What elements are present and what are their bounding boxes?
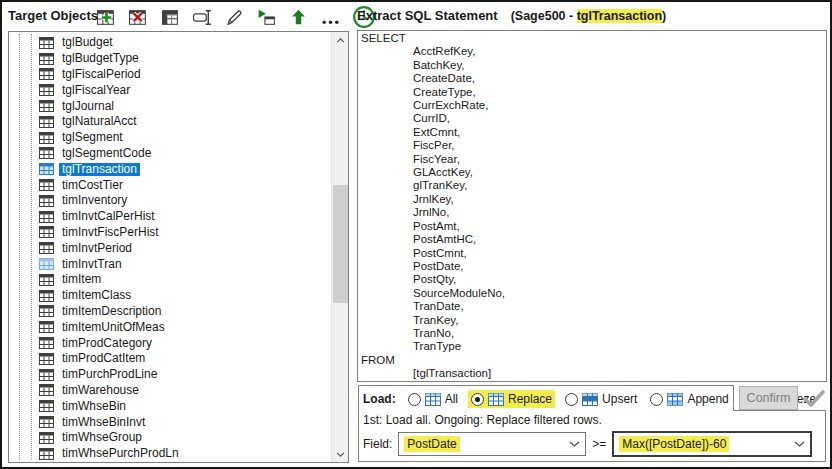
scrollbar-thumb[interactable] [333,185,348,303]
rename-icon[interactable] [192,7,213,28]
table-icon [39,195,54,207]
sql-statement-box[interactable]: SELECTAcctRefKey,BatchKey,CreateDate,Cre… [357,30,827,382]
tree-item[interactable]: tglBudget [9,35,330,51]
table-icon [39,258,54,270]
tree-item[interactable]: timWarehouse [9,383,330,399]
extract-sql-header: Extract SQL Statement (Sage500 - tglTran… [357,8,666,23]
delete-table-icon[interactable] [128,7,149,28]
tree-item-label: tglTransaction [59,163,140,176]
sql-line: JrnlKey, [361,193,826,206]
tree-item[interactable]: timWhseGroup [9,430,330,446]
tree-item-label: timWarehouse [59,384,142,397]
tree-item[interactable]: tglSegment [9,130,330,146]
run-icon[interactable] [256,7,277,28]
tree-item[interactable]: tglNaturalAcct [9,114,330,130]
table-icon [39,290,54,302]
field-label: Field: [363,437,392,451]
add-table-icon[interactable] [96,7,117,28]
tree-item[interactable]: tglFiscalYear [9,82,330,98]
load-option[interactable]: All [405,390,461,408]
table-tree: tglBudget tglBudgetType tglFiscalPeriod … [8,31,349,463]
load-option[interactable]: Append [647,390,731,408]
tree-item-label: tglSegment [59,131,126,144]
table-icon [39,37,54,49]
tree-item[interactable]: timItemUnitOfMeas [9,319,330,335]
table-icon [39,305,54,317]
tree-item-label: timProdCatItem [59,352,148,365]
tree-item[interactable]: tglBudgetType [9,51,330,67]
load-note: 1st: Load all. Ongoing: Replace filtered… [363,413,602,427]
sql-line: PostDate, [361,260,826,273]
tree-item[interactable]: timWhseBinInvt [9,414,330,430]
tree-item-label: timProdCategory [59,337,155,350]
scroll-up-icon[interactable] [332,32,349,48]
tree-item-label: timInvtCalPerHist [59,210,158,223]
tree-item[interactable]: timInvtCalPerHist [9,209,330,225]
tree-item[interactable]: timInventory [9,193,330,209]
upsert-radio[interactable] [565,393,578,406]
tree-item[interactable]: timInvtFiscPerHist [9,225,330,241]
upload-icon[interactable] [288,7,309,28]
load-option[interactable]: Upsert [562,390,640,408]
target-objects-title: Target Objects [8,8,98,23]
sql-line: PostAmt, [361,220,826,233]
sql-context-suffix: ) [662,9,666,23]
replace-radio[interactable] [471,393,484,406]
field-select-value: PostDate [404,436,459,452]
tree-item-label: tglJournal [59,100,117,113]
load-option-label: Upsert [602,392,637,406]
sql-line: SourceModuleNo, [361,287,826,300]
scroll-down-icon[interactable] [332,446,349,462]
tree-item-label: tglFiscalPeriod [59,68,144,81]
tree-item[interactable]: timWhseBin [9,398,330,414]
append-radio[interactable] [650,393,663,406]
tree-item[interactable]: timItem [9,272,330,288]
sql-line: FiscYear, [361,153,826,166]
tree-item[interactable]: tglFiscalPeriod [9,67,330,83]
sql-line: TranType [361,340,826,353]
target-objects-toolbar [96,4,376,30]
edit-pencil-icon[interactable] [224,7,245,28]
tree-item-label: timWhseBinInvt [59,416,148,429]
tree-item[interactable]: timProdCategory [9,335,330,351]
tree-item[interactable]: timPurchProdLine [9,367,330,383]
filter-value-combo[interactable]: Max([PostDate])-60 [612,431,812,457]
field-select[interactable]: PostDate [398,432,586,456]
tree-item[interactable]: timProdCatItem [9,351,330,367]
tree-item-label: tglBudgetType [59,52,142,65]
table-icon [39,353,54,365]
tree-item[interactable]: tglJournal [9,98,330,114]
sql-line: TranKey, [361,314,826,327]
table-icon [39,53,54,65]
load-option-label: Replace [508,392,552,406]
table-replace-icon [488,393,504,406]
tree-item[interactable]: timItemClass [9,288,330,304]
sql-line: CreateDate, [361,72,826,85]
chevron-down-icon [569,441,580,447]
confirm-button[interactable]: Confirm [739,386,798,410]
tables-icon[interactable] [160,7,181,28]
table-icon [39,68,54,80]
tree-item[interactable]: timInvtPeriod [9,240,330,256]
tree-item[interactable]: timCostTier [9,177,330,193]
load-option[interactable]: Replace [468,390,555,408]
tree-scrollbar[interactable] [331,32,348,462]
tree-item[interactable]: timItemDescription [9,304,330,320]
all-radio[interactable] [408,393,421,406]
table-icon [39,400,54,412]
more-ellipsis-icon[interactable] [320,7,341,28]
table-icon [39,179,54,191]
table-icon [39,321,54,333]
tree-item-label: tglBudget [59,36,116,49]
sql-line: AcctRefKey, [361,45,826,58]
sql-line: PostCmnt, [361,247,826,260]
chevron-down-icon [794,441,805,447]
table-upsert-icon [582,393,598,406]
sql-line: FROM [361,354,826,367]
tree-item[interactable]: timWhsePurchProdLn [9,446,330,462]
sql-line: CurrID, [361,112,826,125]
tree-item[interactable]: tglTransaction [9,161,330,177]
tree-item[interactable]: tglSegmentCode [9,146,330,162]
load-option-label: Append [687,392,728,406]
tree-item[interactable]: timInvtTran [9,256,330,272]
